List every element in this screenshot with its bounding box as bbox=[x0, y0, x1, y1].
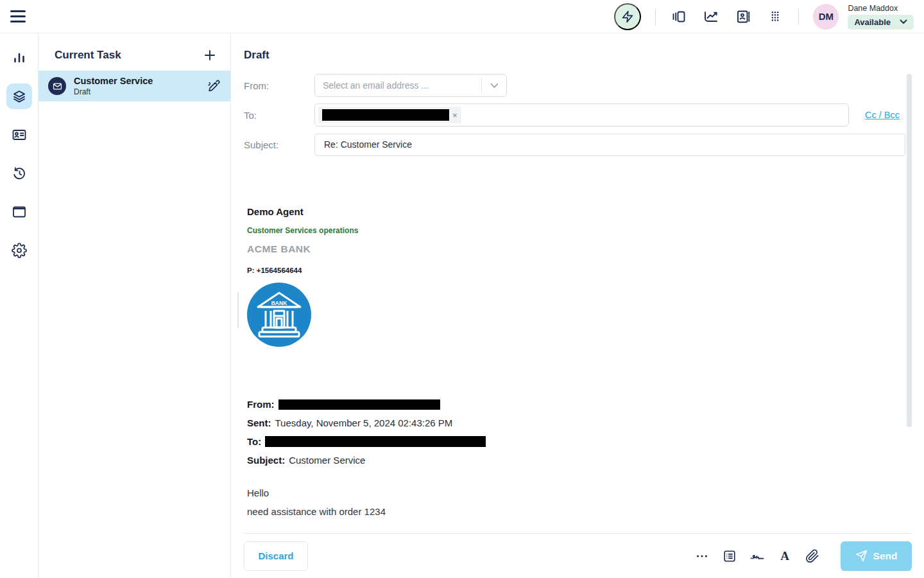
compose-form: From: Select an email address ... To: bbox=[244, 74, 911, 156]
font-format-button[interactable]: A bbox=[776, 548, 793, 565]
browser-window-icon bbox=[12, 204, 27, 220]
signature-name: Demo Agent bbox=[247, 207, 486, 217]
sidebar-item-browser[interactable] bbox=[6, 199, 32, 225]
send-button-label: Send bbox=[873, 550, 898, 562]
quoted-body-line: need assistance with order 1234 bbox=[247, 502, 486, 521]
quoted-subject-label: Subject: bbox=[247, 455, 285, 466]
panels-icon bbox=[671, 9, 687, 24]
signature-button[interactable] bbox=[749, 548, 766, 565]
user-avatar[interactable]: DM bbox=[813, 4, 839, 30]
add-task-button[interactable] bbox=[203, 49, 216, 62]
quoted-subject-value: Customer Service bbox=[289, 455, 365, 466]
user-name: Dane Maddox bbox=[848, 4, 914, 13]
compose-area: Draft From: Select an email address ... bbox=[231, 33, 924, 578]
email-body[interactable]: Demo Agent Customer Services operations … bbox=[247, 207, 486, 521]
page-title: Draft bbox=[244, 49, 911, 62]
plus-icon bbox=[203, 49, 216, 62]
gear-icon bbox=[12, 243, 27, 258]
from-row: From: Select an email address ... bbox=[244, 74, 911, 97]
redacted-to-address bbox=[265, 436, 486, 447]
layers-icon bbox=[12, 89, 27, 104]
quoted-body-line: Hello bbox=[247, 484, 486, 502]
quick-actions-button[interactable] bbox=[614, 3, 641, 30]
to-input[interactable]: × bbox=[314, 103, 849, 127]
redacted-recipient bbox=[322, 109, 449, 121]
task-avatar bbox=[48, 77, 66, 95]
divider bbox=[798, 8, 799, 25]
quoted-sent-value: Tuesday, November 5, 2024 02:43:26 PM bbox=[275, 417, 453, 428]
templates-button[interactable] bbox=[721, 548, 738, 565]
panels-button[interactable] bbox=[670, 8, 688, 26]
hamburger-menu-button[interactable] bbox=[10, 7, 30, 26]
bar-chart-icon bbox=[12, 50, 27, 66]
edit-draft-button[interactable] bbox=[207, 79, 221, 93]
quoted-body: Hello need assistance with order 1234 bbox=[247, 484, 486, 521]
template-list-icon bbox=[723, 549, 737, 563]
quoted-sent-label: Sent: bbox=[247, 417, 271, 428]
font-icon: A bbox=[777, 548, 792, 564]
subject-label: Subject: bbox=[244, 139, 314, 150]
scrollbar[interactable] bbox=[907, 74, 912, 427]
sidebar-item-tasks[interactable] bbox=[6, 83, 32, 109]
task-panel: Current Task bbox=[38, 33, 231, 578]
svg-text:A: A bbox=[780, 549, 789, 563]
signature-icon bbox=[749, 548, 765, 564]
quoted-from-label: From: bbox=[247, 399, 275, 410]
sidebar-item-history[interactable] bbox=[6, 161, 32, 186]
signature-role: Customer Services operations bbox=[247, 227, 486, 235]
send-button[interactable]: Send bbox=[841, 541, 912, 571]
app-body: Current Task bbox=[0, 33, 924, 578]
to-row: To: × Cc / Bcc bbox=[244, 103, 911, 127]
left-rail bbox=[0, 33, 38, 578]
lightning-icon bbox=[621, 10, 634, 23]
footer-tools: A bbox=[694, 541, 912, 571]
paper-plane-icon bbox=[855, 550, 868, 562]
signature-company: ACME BANK bbox=[247, 244, 486, 254]
subject-input[interactable] bbox=[314, 134, 905, 156]
history-icon bbox=[12, 166, 27, 181]
status-dropdown[interactable]: Available bbox=[848, 15, 914, 30]
user-meta: Dane Maddox Available bbox=[848, 4, 914, 30]
contacts-button[interactable] bbox=[734, 8, 752, 26]
task-title: Customer Service bbox=[74, 76, 153, 86]
analytics-button[interactable] bbox=[702, 8, 720, 26]
contact-book-icon bbox=[735, 9, 751, 24]
task-subtitle: Draft bbox=[74, 87, 153, 96]
subject-row: Subject: bbox=[244, 133, 911, 156]
apps-button[interactable] bbox=[766, 8, 784, 26]
from-select-placeholder: Select an email address ... bbox=[315, 80, 481, 91]
drag-handle[interactable] bbox=[237, 292, 239, 328]
chip-close-icon[interactable]: × bbox=[452, 110, 458, 120]
bank-logo: BANK bbox=[247, 283, 311, 347]
task-list-item-customer-service[interactable]: Customer Service Draft bbox=[38, 71, 230, 101]
task-text: Customer Service Draft bbox=[74, 76, 153, 96]
task-panel-title: Current Task bbox=[55, 49, 121, 62]
quoted-headers: From: Sent: Tuesday, November 5, 2024 02… bbox=[247, 395, 486, 469]
line-chart-icon bbox=[703, 9, 719, 24]
quoted-to-label: To: bbox=[247, 436, 261, 447]
more-options-button[interactable] bbox=[694, 548, 710, 565]
ellipsis-icon bbox=[695, 549, 709, 563]
quoted-to-line: To: bbox=[247, 432, 486, 451]
task-panel-header: Current Task bbox=[38, 33, 230, 71]
paperclip-icon bbox=[805, 549, 819, 563]
from-select[interactable]: Select an email address ... bbox=[314, 74, 507, 97]
sidebar-item-contacts[interactable] bbox=[6, 122, 32, 148]
quoted-from-line: From: bbox=[247, 395, 486, 414]
compose-footer: Discard bbox=[244, 533, 912, 578]
cc-bcc-link[interactable]: Cc / Bcc bbox=[865, 110, 900, 120]
signature-phone: P: +1564564644 bbox=[247, 267, 486, 274]
chevron-down-icon bbox=[900, 19, 907, 24]
from-label: From: bbox=[244, 80, 314, 91]
to-label: To: bbox=[244, 110, 314, 121]
top-bar: DM Dane Maddox Available bbox=[0, 0, 924, 33]
discard-button[interactable]: Discard bbox=[244, 541, 308, 571]
app-window: DM Dane Maddox Available bbox=[0, 0, 924, 578]
redacted-from-address bbox=[278, 399, 440, 410]
sidebar-item-dashboard[interactable] bbox=[6, 45, 32, 71]
attachment-button[interactable] bbox=[804, 548, 821, 565]
divider bbox=[655, 8, 656, 25]
bank-logo-text: BANK bbox=[271, 300, 287, 306]
chevron-down-icon bbox=[482, 83, 506, 89]
sidebar-item-settings[interactable] bbox=[6, 238, 32, 263]
